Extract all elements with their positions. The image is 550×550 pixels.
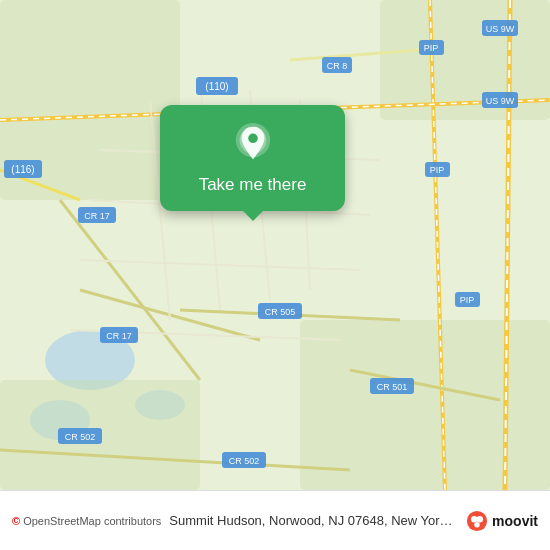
svg-text:PIP: PIP (424, 43, 439, 53)
osm-attribution: © OpenStreetMap contributors (12, 515, 161, 527)
svg-point-58 (248, 134, 258, 144)
moovit-text: moovit (492, 513, 538, 529)
svg-point-59 (467, 510, 487, 530)
svg-text:CR 8: CR 8 (327, 61, 348, 71)
svg-rect-5 (300, 320, 550, 490)
svg-line-26 (80, 260, 360, 270)
svg-text:CR 502: CR 502 (65, 432, 96, 442)
svg-text:PIP: PIP (430, 165, 445, 175)
svg-text:CR 17: CR 17 (106, 331, 132, 341)
svg-point-60 (471, 515, 477, 521)
svg-text:PIP: PIP (460, 295, 475, 305)
location-pin-icon (232, 123, 274, 165)
svg-text:CR 502: CR 502 (229, 456, 260, 466)
svg-text:(110): (110) (205, 81, 228, 92)
moovit-logo: moovit (466, 510, 538, 532)
moovit-icon (466, 510, 488, 532)
svg-text:US 9W: US 9W (486, 24, 515, 34)
svg-text:US 9W: US 9W (486, 96, 515, 106)
svg-text:CR 17: CR 17 (84, 211, 110, 221)
address-text: Summit Hudson, Norwood, NJ 07648, New Yo… (169, 513, 458, 528)
take-me-there-card[interactable]: Take me there (160, 105, 345, 211)
svg-text:CR 501: CR 501 (377, 382, 408, 392)
svg-text:CR 505: CR 505 (265, 307, 296, 317)
map-container: (110) CR 8 US 9W US 9W PIP PIP PIP (116)… (0, 0, 550, 490)
popup-label: Take me there (199, 175, 307, 195)
svg-text:(116): (116) (11, 164, 34, 175)
map-roads-svg: (110) CR 8 US 9W US 9W PIP PIP PIP (116)… (0, 0, 550, 490)
svg-point-62 (474, 521, 480, 527)
svg-point-61 (477, 515, 483, 521)
bottom-bar: © OpenStreetMap contributors Summit Huds… (0, 490, 550, 550)
